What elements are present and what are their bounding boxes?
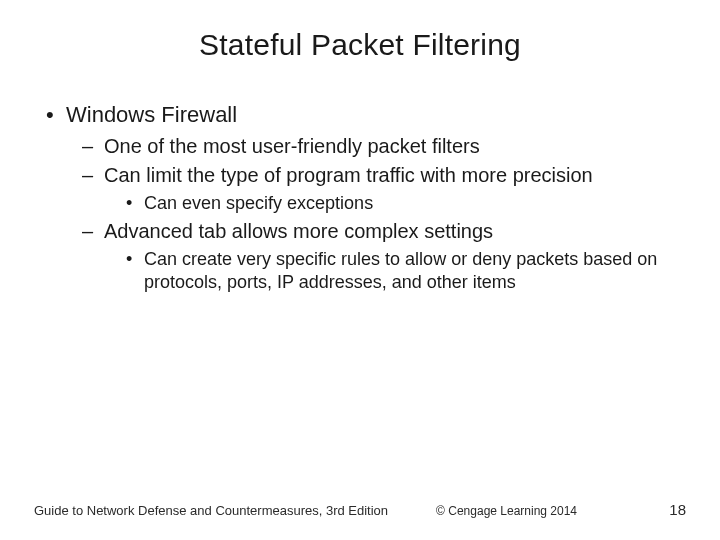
list-item: Can limit the type of program traffic wi… xyxy=(82,163,686,215)
list-item: One of the most user-friendly packet fil… xyxy=(82,134,686,159)
bullet-text: Can even specify exceptions xyxy=(144,193,373,213)
list-item: Windows Firewall One of the most user-fr… xyxy=(42,102,686,294)
footer-page-number: 18 xyxy=(669,501,686,518)
list-item: Can create very specific rules to allow … xyxy=(126,248,686,294)
footer-copyright: © Cengage Learning 2014 xyxy=(436,504,577,518)
slide: Stateful Packet Filtering Windows Firewa… xyxy=(0,0,720,540)
bullet-text: Windows Firewall xyxy=(66,102,237,127)
bullet-list-level1: Windows Firewall One of the most user-fr… xyxy=(42,102,686,294)
slide-footer: Guide to Network Defense and Countermeas… xyxy=(0,501,720,518)
bullet-text: Can limit the type of program traffic wi… xyxy=(104,164,593,186)
footer-source: Guide to Network Defense and Countermeas… xyxy=(34,503,388,518)
bullet-list-level2: One of the most user-friendly packet fil… xyxy=(82,134,686,294)
list-item: Advanced tab allows more complex setting… xyxy=(82,219,686,294)
bullet-text: Can create very specific rules to allow … xyxy=(144,249,657,292)
bullet-list-level3: Can even specify exceptions xyxy=(126,192,686,215)
bullet-list-level3: Can create very specific rules to allow … xyxy=(126,248,686,294)
list-item: Can even specify exceptions xyxy=(126,192,686,215)
bullet-text: Advanced tab allows more complex setting… xyxy=(104,220,493,242)
slide-title: Stateful Packet Filtering xyxy=(34,28,686,62)
bullet-text: One of the most user-friendly packet fil… xyxy=(104,135,480,157)
